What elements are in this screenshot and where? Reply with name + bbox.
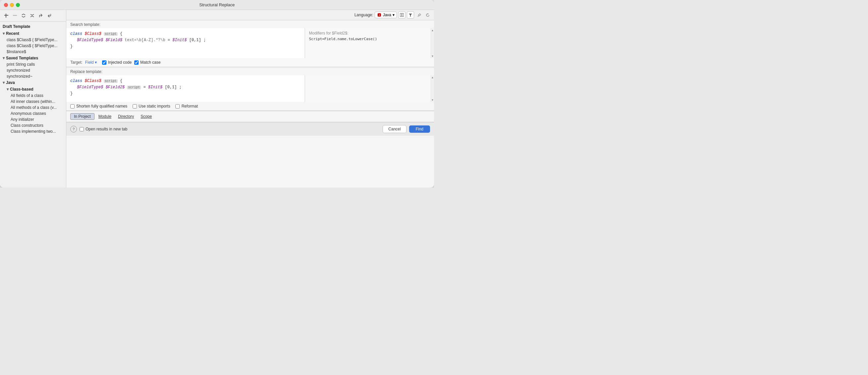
replace-template-section: Replace template: class $Class$ script { <box>66 67 434 111</box>
find-button[interactable]: Find <box>409 125 430 133</box>
search-regex: text=\b[A-Z].*?\b <box>125 38 168 42</box>
recent-item-2[interactable]: $Instance$ <box>0 49 66 55</box>
refresh-icon <box>426 13 430 17</box>
expand-all-button[interactable] <box>20 12 27 19</box>
recent-section[interactable]: ▾Recent <box>0 30 66 37</box>
search-template-section: Search template: class $Class$ script { <box>66 20 434 67</box>
filter-icon <box>408 13 412 17</box>
replace-scrollbar[interactable]: ▲ ▼ <box>431 75 434 102</box>
search-fieldtype: $FieldType$ <box>77 38 103 42</box>
target-dropdown[interactable]: Field ▾ <box>85 60 97 65</box>
classbased-item-1[interactable]: All inner classes (within... <box>0 98 66 105</box>
directory-button[interactable]: Directory <box>115 114 136 119</box>
replace-brace-close: } <box>70 91 72 96</box>
titlebar: Structural Replace <box>0 0 434 10</box>
replace-scroll-up-icon[interactable]: ▲ <box>431 75 434 79</box>
scope-row: In Project Module Directory Scope <box>66 111 434 122</box>
match-case-option[interactable]: Match case <box>134 60 160 65</box>
search-code-editor[interactable]: class $Class$ script { $FieldType$ $Fiel… <box>66 28 305 58</box>
draft-template-label: Draft Template <box>0 23 66 30</box>
saved-item-print[interactable]: print String calls <box>0 61 66 67</box>
classbased-item-0[interactable]: All fields of a class <box>0 93 66 98</box>
module-button[interactable]: Module <box>96 114 114 119</box>
search-range: [0,1] ; <box>189 38 206 42</box>
reformat-checkbox[interactable] <box>176 104 180 109</box>
java-section[interactable]: ▾Java <box>0 79 66 86</box>
svg-rect-1 <box>6 13 6 18</box>
close-button[interactable] <box>4 3 8 7</box>
saved-item-sync-tilde[interactable]: synchronized~ <box>0 73 66 79</box>
search-scrollbar[interactable]: ▲ ▼ <box>431 28 434 58</box>
reformat-option[interactable]: Reformat <box>176 104 197 109</box>
static-imports-checkbox[interactable] <box>133 104 137 109</box>
shorten-checkbox[interactable] <box>70 104 74 109</box>
language-chevron-icon: ▾ <box>393 12 395 17</box>
classbased-item-5[interactable]: Class constructors <box>0 122 66 128</box>
import-button[interactable] <box>46 12 53 19</box>
recent-arrow: ▾ <box>3 31 5 36</box>
classbased-item-3[interactable]: Anonymous classes <box>0 111 66 116</box>
static-imports-label: Use static imports <box>138 104 170 109</box>
language-value: Java <box>383 12 391 17</box>
sidebar-tree: Draft Template ▾Recent class $Class$ { $… <box>0 22 66 188</box>
replace-cls-class: $Class$ <box>85 79 101 83</box>
search-field: $Field$ <box>105 38 122 42</box>
export-button[interactable] <box>37 12 44 19</box>
cancel-button[interactable]: Cancel <box>382 125 406 133</box>
pin-icon <box>417 13 422 17</box>
match-case-checkbox[interactable] <box>134 60 138 65</box>
filter-button[interactable] <box>407 11 414 19</box>
help-button[interactable]: ? <box>70 126 77 133</box>
injected-code-checkbox[interactable] <box>102 60 106 65</box>
scope-button[interactable]: Scope <box>138 114 155 119</box>
recent-item-1[interactable]: class $Class$ { $FieldType... <box>0 43 66 49</box>
target-chevron-icon: ▾ <box>95 60 97 65</box>
language-dropdown[interactable]: J Java ▾ <box>375 11 397 18</box>
saved-item-sync[interactable]: synchronized <box>0 67 66 73</box>
replace-field2: $Field2$ <box>105 85 125 90</box>
replace-fieldtype: $FieldType$ <box>77 85 103 90</box>
main-content: Draft Template ▾Recent class $Class$ { $… <box>0 10 434 188</box>
search-init: $Init$ <box>173 38 187 42</box>
open-results-option[interactable]: Open results in new tab <box>80 127 127 132</box>
refresh-button[interactable] <box>424 11 431 19</box>
search-brace-close: } <box>70 44 72 49</box>
svg-rect-9 <box>400 13 402 17</box>
shorten-option[interactable]: Shorten fully qualified names <box>70 104 127 109</box>
collapse-all-button[interactable] <box>29 12 36 19</box>
replace-code-editor[interactable]: class $Class$ script { $FieldType$ $Fiel… <box>66 75 305 102</box>
saved-section[interactable]: ▾Saved Templates <box>0 55 66 61</box>
bottom-bar: ? Open results in new tab Cancel Find <box>66 122 434 136</box>
recent-item-0[interactable]: class $Class$ { $FieldType... <box>0 37 66 43</box>
classbased-section[interactable]: ▾Class-based <box>0 86 66 93</box>
replace-field2-script-badge: script <box>127 86 141 89</box>
maximize-button[interactable] <box>16 3 20 7</box>
right-toolbar: Language: J Java ▾ <box>66 10 434 20</box>
traffic-lights <box>4 3 20 7</box>
classbased-arrow: ▾ <box>7 87 9 92</box>
remove-template-button[interactable] <box>11 12 19 19</box>
injected-code-option[interactable]: Injected code <box>102 60 132 65</box>
svg-marker-11 <box>409 13 412 17</box>
target-row: Target: Field ▾ Injected code Match case <box>66 58 434 67</box>
classbased-item-4[interactable]: Any initializer <box>0 116 66 122</box>
search-script-badge: script <box>104 32 118 36</box>
in-project-button[interactable]: In Project <box>70 113 94 120</box>
layout-toggle-button[interactable] <box>398 11 405 19</box>
window-title: Structural Replace <box>199 2 235 7</box>
layout-icon <box>400 13 404 17</box>
static-imports-option[interactable]: Use static imports <box>133 104 170 109</box>
replace-template-body: class $Class$ script { $FieldType$ $Fiel… <box>66 75 434 102</box>
modifiers-panel: Modifiers for $Field2$: Script=Field.nam… <box>305 28 431 58</box>
pin-button[interactable] <box>415 11 423 19</box>
add-template-button[interactable] <box>3 12 10 19</box>
classbased-item-6[interactable]: Class implementing two... <box>0 128 66 135</box>
classbased-item-2[interactable]: All methods of a class (v... <box>0 105 66 111</box>
sidebar-toolbar <box>0 10 66 22</box>
minimize-button[interactable] <box>10 3 14 7</box>
sidebar: Draft Template ▾Recent class $Class$ { $… <box>0 10 66 188</box>
scroll-down-icon[interactable]: ▼ <box>431 54 434 58</box>
open-results-checkbox[interactable] <box>80 127 84 132</box>
replace-scroll-down-icon[interactable]: ▼ <box>431 98 434 102</box>
scroll-up-icon[interactable]: ▲ <box>431 28 434 32</box>
